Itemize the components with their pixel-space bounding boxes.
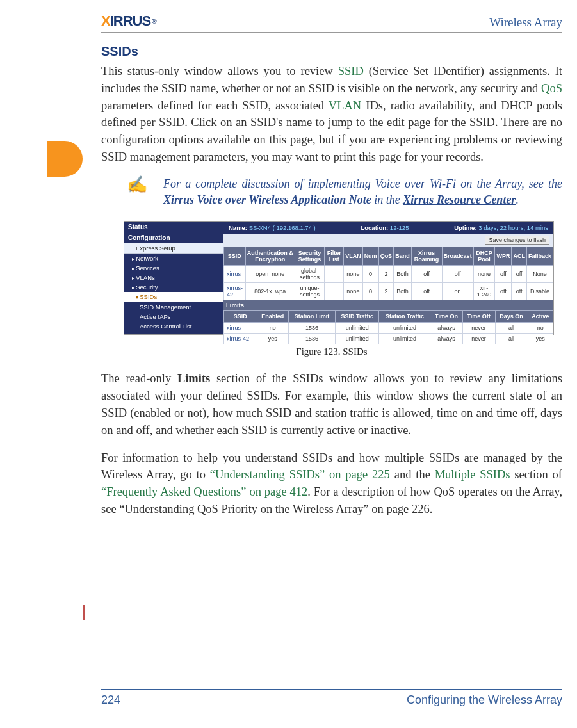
figure-screenshot: Status Configuration Express Setup Netwo…: [124, 221, 554, 335]
ssid-table: SSIDAuthentication & EncryptionSecurity …: [223, 247, 553, 300]
nav-express[interactable]: Express Setup: [124, 243, 223, 254]
nav-status: Status: [124, 222, 223, 232]
nav-acl[interactable]: Access Control List: [124, 321, 223, 331]
figure-status-bar: Name: SS-XN4 ( 192.168.1.74 ) Location: …: [223, 222, 553, 234]
logo-x: X: [101, 13, 110, 29]
limits-paragraph: The read-only Limits section of the SSID…: [101, 370, 562, 439]
ssid-link[interactable]: xirrus-42: [224, 334, 257, 344]
limits-header: Limits: [223, 300, 553, 310]
link-resource-center[interactable]: Xirrus Resource Center: [403, 193, 516, 206]
note-appnote: Xirrus Voice over Wireless Application N…: [163, 193, 371, 206]
link-vlan[interactable]: VLAN: [329, 99, 361, 112]
logo: XIRRUS®: [101, 13, 156, 29]
nav-vlans[interactable]: VLANs: [124, 273, 223, 282]
figure-sidebar: Status Configuration Express Setup Netwo…: [124, 222, 223, 334]
change-bar: [83, 605, 85, 620]
link-multiple-ssids[interactable]: Multiple SSIDs: [435, 468, 510, 481]
ssid-link[interactable]: xirrus: [224, 266, 246, 283]
nav-config: Configuration: [124, 232, 223, 243]
logo-text: IRRUS: [110, 13, 150, 29]
chapter-name: Configuring the Wireless Array: [407, 693, 562, 707]
flash-row: Save changes to flash: [223, 234, 553, 247]
link-faq[interactable]: “Frequently Asked Questions” on page 412: [101, 485, 307, 498]
figure-wrapper: Status Configuration Express Setup Netwo…: [101, 221, 562, 335]
link-ssid[interactable]: SSID: [338, 65, 364, 77]
ssid-link[interactable]: xirrus-42: [224, 283, 246, 300]
figure-caption: Figure 123. SSIDs: [101, 346, 562, 357]
section-title: SSIDs: [101, 44, 562, 59]
doc-title: Wireless Array: [489, 15, 562, 29]
nav-network[interactable]: Network: [124, 254, 223, 263]
logo-sup: ®: [152, 18, 156, 25]
para3: For information to help you understand S…: [101, 449, 562, 518]
save-flash-button[interactable]: Save changes to flash: [485, 236, 549, 245]
nav-ssids[interactable]: ▾ SSIDs: [124, 292, 223, 302]
page-header: XIRRUS® Wireless Array: [101, 13, 562, 33]
note-icon: ✍: [127, 175, 147, 195]
nav-active-iaps[interactable]: Active IAPs: [124, 312, 223, 321]
page-content: XIRRUS® Wireless Array SSIDs This status…: [101, 13, 562, 528]
note-block: ✍ For a complete discussion of implement…: [127, 176, 562, 208]
thumb-tab: [47, 141, 83, 177]
page-footer: 224 Configuring the Wireless Array: [101, 689, 562, 707]
limits-table: SSIDEnabledStation LimitSSID TrafficStat…: [223, 310, 553, 344]
page-number: 224: [101, 693, 120, 707]
link-qos[interactable]: QoS: [541, 82, 562, 95]
link-understanding-ssids[interactable]: “Understanding SSIDs” on page 225: [210, 468, 390, 481]
ssid-link[interactable]: xirrus: [224, 323, 257, 334]
figure-main: Name: SS-XN4 ( 192.168.1.74 ) Location: …: [223, 222, 553, 334]
limits-bold: Limits: [177, 372, 210, 385]
note-text: For a complete discussion of implementin…: [163, 176, 562, 208]
nav-ssid-mgmt[interactable]: SSID Management: [124, 302, 223, 312]
nav-security[interactable]: Security: [124, 282, 223, 292]
intro-paragraph: This status-only window allows you to re…: [101, 63, 562, 166]
nav-services[interactable]: Services: [124, 263, 223, 273]
